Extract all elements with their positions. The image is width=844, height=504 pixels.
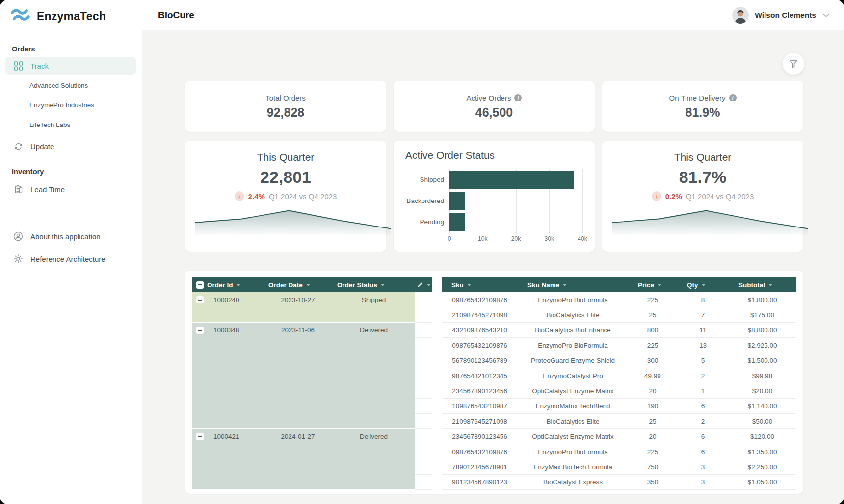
item-cell-sku: 567890123456789 [442, 353, 518, 368]
orders-header-order-status: Order Status [332, 281, 415, 289]
edit-cell[interactable] [415, 368, 432, 383]
item-cell-qty: 3 [677, 475, 729, 489]
edit-cell[interactable] [415, 383, 432, 399]
row-checkbox[interactable] [196, 433, 204, 440]
item-cell-price: 750 [628, 459, 677, 474]
bar-row [449, 190, 582, 211]
x-axis: 010k20k30k40k [449, 234, 582, 244]
sidebar-item-enzymepro-industries[interactable]: EnzymePro Industries [0, 95, 142, 115]
quarter-orders-card: This Quarter22,801↓2.4%Q1 2024 vs Q4 202… [185, 141, 386, 252]
sidebar-item-track[interactable]: Track [5, 57, 136, 75]
pencil-icon[interactable] [417, 281, 423, 288]
filter-button[interactable] [783, 53, 804, 75]
row-checkbox[interactable] [196, 296, 204, 303]
sidebar-item-update[interactable]: Update [0, 135, 142, 157]
item-cell-price: 20 [628, 429, 677, 444]
sidebar-item-about-this-application[interactable]: About this application [0, 225, 142, 248]
edit-cell[interactable] [415, 429, 432, 444]
sort-caret-icon[interactable] [658, 284, 661, 286]
x-tick-label: 40k [578, 235, 587, 242]
bar-row [449, 211, 582, 232]
sort-caret-icon[interactable] [381, 284, 385, 286]
sidebar-item-label: Reference Architecture [30, 255, 106, 263]
item-cell-sku-name: BioCatalytics BioEnhance [518, 323, 628, 337]
x-tick-label: 0 [448, 235, 451, 242]
page-title: BioCure [158, 10, 194, 21]
kpi-label-row: Total Orders [265, 94, 306, 102]
item-cell-qty: 13 [677, 338, 729, 353]
item-row: 098765432109876EnzymoPro BioFormula22513… [442, 338, 796, 353]
info-icon[interactable]: i [729, 94, 737, 101]
sort-caret-icon[interactable] [467, 284, 471, 286]
items-header-sku-name: Sku Name [518, 281, 628, 289]
avatar[interactable] [732, 7, 749, 24]
edit-cell[interactable] [415, 459, 432, 475]
order-date-cell: 2024-01-27 [264, 429, 332, 444]
orders-table-body: 10002402023-10-27Shipped10003482023-11-0… [192, 292, 432, 490]
sidebar-item-lead-time[interactable]: Lead Time [0, 178, 142, 200]
app-window: EnzymaTech OrdersTrackAdvanced Solutions… [0, 0, 844, 504]
sidebar-item-advanced-solutions[interactable]: Advanced Solutions [0, 76, 142, 95]
edit-cell[interactable] [415, 399, 432, 414]
edit-cell[interactable] [415, 323, 432, 338]
item-cell-price: 20 [628, 383, 677, 398]
item-cell-price: 225 [628, 338, 677, 353]
item-cell-qty: 5 [677, 353, 729, 368]
edit-cell[interactable] [415, 414, 432, 429]
quarter-card-value: 22,801 [185, 168, 386, 187]
sort-caret-icon[interactable] [306, 284, 310, 286]
sidebar-item-reference-architecture[interactable]: Reference Architecture [0, 248, 142, 270]
x-tick-label: 30k [545, 235, 554, 242]
select-all-checkbox[interactable] [196, 281, 204, 289]
order-id-cell: 1000240 [192, 292, 264, 307]
item-cell-price: 25 [628, 307, 677, 322]
order-status-cell: Delivered [332, 429, 415, 444]
main-area: BioCure Wilson Clements [142, 0, 844, 504]
item-row: 789012345678901EnzyMax BioTech Formula75… [442, 459, 796, 475]
edit-cell[interactable] [415, 353, 432, 368]
quarter-card-delta: ↓0.2%Q1 2024 vs Q4 2023 [602, 191, 803, 201]
dashboard-content: Total Orders92,828Active Ordersi46,500On… [142, 30, 844, 504]
order-row-1000240[interactable]: 10002402023-10-27Shipped [192, 292, 415, 323]
column-label: Qty [687, 281, 698, 289]
gridline [582, 169, 583, 233]
order-row-1000421[interactable]: 10004212024-01-27Delivered [192, 429, 415, 490]
item-row: 210987645271098BioCatalytics Elite252$50… [442, 414, 796, 429]
orders-header-order-id: Order Id [192, 281, 264, 289]
edit-cell[interactable] [415, 307, 432, 323]
item-cell-sku: 234567890123456 [442, 429, 518, 444]
edit-cell[interactable] [415, 444, 432, 459]
edit-cell[interactable] [415, 338, 432, 353]
bar-backordered [449, 192, 465, 210]
info-icon[interactable]: i [514, 94, 522, 101]
chevron-down-icon[interactable] [823, 13, 829, 17]
item-cell-sku-name: EnzymoPro BioFormula [518, 338, 628, 353]
kpi-value: 92,828 [267, 105, 304, 120]
sort-caret-icon[interactable] [237, 284, 240, 286]
order-id: 1000240 [213, 296, 239, 303]
row-checkbox[interactable] [196, 327, 204, 334]
quarter-card-title: This Quarter [602, 151, 803, 163]
item-cell-subtotal: $1,140.00 [729, 399, 796, 413]
orders-header-order-date: Order Date [264, 281, 332, 289]
column-label: Sku Name [528, 281, 559, 289]
edit-cell[interactable] [415, 475, 432, 490]
clipboard-icon [13, 184, 23, 194]
sidebar-item-label: LifeTech Labs [29, 121, 70, 128]
sort-caret-icon[interactable] [563, 284, 567, 286]
item-cell-subtotal: $1,350.00 [729, 444, 796, 459]
user-menu[interactable]: Wilson Clements [719, 7, 829, 24]
sort-caret-icon[interactable] [702, 284, 706, 286]
edit-cell[interactable] [415, 292, 432, 307]
bar-row [449, 169, 582, 190]
user-name: Wilson Clements [755, 11, 816, 20]
sidebar-footer: About this applicationReference Architec… [0, 225, 142, 270]
delta-compare-label: Q1 2024 vs Q4 2023 [686, 192, 754, 201]
item-cell-qty: 7 [677, 307, 729, 322]
sort-caret-icon[interactable] [768, 284, 772, 286]
item-cell-sku-name: ProteoGuard Enzyme Shield [518, 353, 628, 368]
order-status-cell: Shipped [332, 292, 415, 307]
sidebar-item-lifetech-labs[interactable]: LifeTech Labs [0, 115, 142, 134]
sort-caret-icon[interactable] [427, 284, 431, 286]
order-row-1000348[interactable]: 10003482023-11-06Delivered [192, 323, 415, 429]
